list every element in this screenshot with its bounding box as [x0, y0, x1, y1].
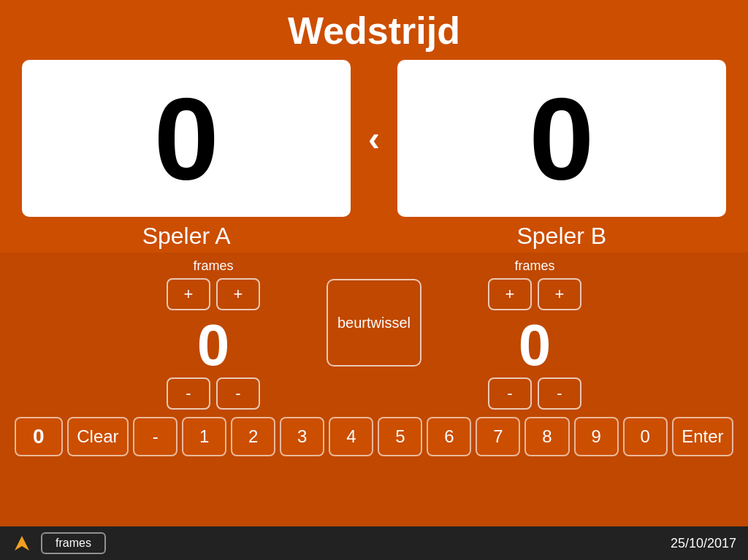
keypad-clear[interactable]: Clear: [67, 417, 129, 456]
keypad-2[interactable]: 2: [231, 417, 275, 456]
score-box-b: 0: [397, 60, 726, 217]
keypad-row: 0 Clear - 1 2 3 4 5 6 7 8 9 0 Enter: [0, 410, 748, 465]
frames-plus1-b[interactable]: +: [488, 278, 532, 310]
arrow-icon: ‹: [368, 118, 380, 158]
score-box-a: 0: [22, 60, 351, 217]
keypad-7[interactable]: 7: [476, 417, 520, 456]
frames-plus-row-b: + +: [488, 278, 581, 310]
keypad-display: 0: [15, 417, 63, 456]
bottom-bar: frames 25/10/2017: [0, 526, 748, 560]
frames-plus1-a[interactable]: +: [167, 278, 210, 310]
bottom-frames-button[interactable]: frames: [41, 532, 106, 554]
page-title: Wedstrijd: [0, 9, 748, 53]
frames-minus-row-a: - -: [167, 377, 260, 410]
frames-score-b: 0: [519, 316, 552, 375]
frames-label-b: frames: [514, 258, 554, 274]
keypad-4[interactable]: 4: [329, 417, 373, 456]
arrow-area: ‹: [351, 118, 397, 158]
frames-minus1-a[interactable]: -: [167, 377, 210, 410]
frames-plus2-b[interactable]: +: [538, 278, 581, 310]
bottom-date: 25/10/2017: [671, 536, 736, 551]
frames-player-a: frames + + 0 - -: [111, 258, 316, 410]
score-b: 0: [529, 80, 594, 197]
player-b-name: Speler B: [397, 223, 726, 250]
score-a: 0: [154, 80, 219, 197]
frames-plus-row-a: + +: [167, 278, 260, 310]
center-control: beurtwissel: [316, 258, 432, 367]
frames-player-b: frames + + 0 - -: [432, 258, 637, 410]
header: Wedstrijd: [0, 0, 748, 60]
frames-minus2-a[interactable]: -: [216, 377, 260, 410]
frames-minus2-b[interactable]: -: [538, 377, 581, 410]
frames-score-a: 0: [197, 316, 230, 375]
player-a-name: Speler A: [22, 223, 351, 250]
app-icon: [12, 533, 32, 553]
bottom-left: frames: [12, 532, 106, 554]
frames-minus-row-b: - -: [488, 377, 581, 410]
keypad-5[interactable]: 5: [378, 417, 422, 456]
score-row: 0 ‹ 0: [0, 60, 748, 217]
player-names: Speler A Speler B: [0, 217, 748, 253]
keypad-minus[interactable]: -: [133, 417, 178, 456]
frames-plus2-a[interactable]: +: [216, 278, 260, 310]
keypad-0[interactable]: 0: [623, 417, 668, 456]
keypad-enter[interactable]: Enter: [672, 417, 733, 456]
keypad-8[interactable]: 8: [524, 417, 569, 456]
keypad-1[interactable]: 1: [182, 417, 226, 456]
frames-controls: frames + + 0 - - beurtwissel frames + + …: [0, 258, 748, 410]
frames-section: frames + + 0 - - beurtwissel frames + + …: [0, 253, 748, 526]
keypad-6[interactable]: 6: [427, 417, 471, 456]
beurtwissel-button[interactable]: beurtwissel: [327, 279, 421, 367]
svg-marker-0: [15, 536, 29, 551]
frames-label-a: frames: [193, 258, 233, 274]
keypad-3[interactable]: 3: [280, 417, 324, 456]
frames-minus1-b[interactable]: -: [488, 377, 532, 410]
keypad-9[interactable]: 9: [574, 417, 619, 456]
